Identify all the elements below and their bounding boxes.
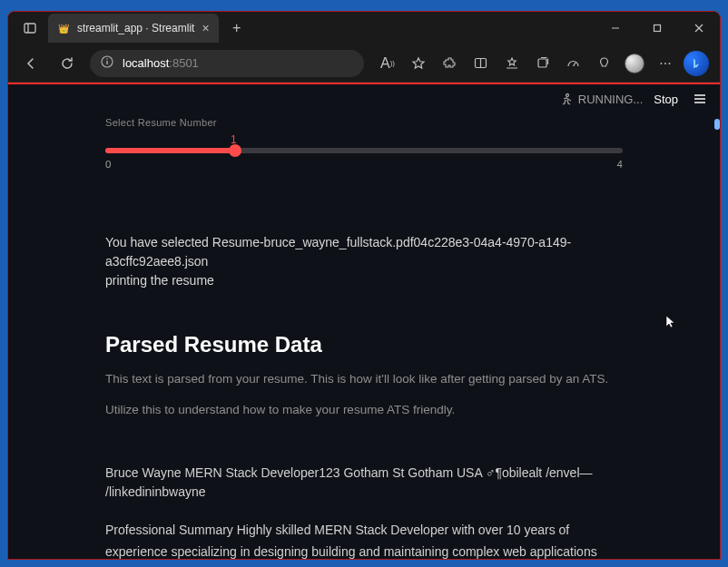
refresh-button[interactable] bbox=[54, 50, 81, 77]
url-host: localhost bbox=[123, 56, 169, 70]
more-options-icon[interactable]: ··· bbox=[651, 50, 680, 77]
close-tab-icon[interactable]: × bbox=[202, 21, 209, 35]
running-status: RUNNING... bbox=[559, 93, 644, 106]
bing-chat-icon[interactable] bbox=[682, 50, 711, 77]
stop-button[interactable]: Stop bbox=[654, 93, 678, 106]
maximize-button[interactable] bbox=[636, 12, 678, 44]
browser-essentials-icon[interactable] bbox=[589, 50, 618, 77]
tab-sidebar-icon[interactable] bbox=[19, 22, 41, 34]
mouse-cursor bbox=[665, 315, 676, 332]
slider-thumb[interactable] bbox=[229, 144, 241, 157]
section-subtext-1: This text is parsed from your resume. Th… bbox=[105, 370, 623, 388]
app-menu-icon[interactable] bbox=[689, 88, 711, 110]
scrollbar-thumb[interactable] bbox=[714, 119, 720, 130]
profile-avatar[interactable] bbox=[620, 50, 649, 77]
tab-title: streamlit_app · Streamlit bbox=[77, 22, 194, 34]
collections-icon[interactable] bbox=[527, 50, 556, 77]
svg-rect-12 bbox=[538, 59, 546, 67]
site-info-icon[interactable] bbox=[101, 55, 113, 71]
slider-value: 1 bbox=[231, 133, 623, 146]
read-aloud-icon[interactable]: A)) bbox=[373, 50, 402, 77]
streamlit-favicon: 👑 bbox=[57, 22, 70, 34]
url-port: :8501 bbox=[169, 56, 199, 70]
slider-label: Select Resume Number bbox=[105, 117, 623, 128]
section-subtext-2: Utilize this to understand how to make y… bbox=[105, 401, 623, 419]
resume-header-line: Bruce Wayne MERN Stack Developer123 Goth… bbox=[105, 464, 623, 503]
svg-rect-0 bbox=[25, 24, 35, 33]
svg-rect-3 bbox=[654, 25, 661, 32]
split-screen-icon[interactable] bbox=[466, 50, 495, 77]
extensions-icon[interactable] bbox=[435, 50, 464, 77]
selected-file-message: You have selected Resume-bruce_wayne_ful… bbox=[105, 233, 623, 271]
favorite-icon[interactable] bbox=[404, 50, 433, 77]
slider-max: 4 bbox=[617, 159, 623, 170]
browser-tab[interactable]: 👑 streamlit_app · Streamlit × bbox=[48, 14, 219, 43]
slider-fill bbox=[105, 148, 235, 153]
back-button[interactable] bbox=[17, 50, 44, 77]
close-window-button[interactable] bbox=[678, 12, 720, 44]
resume-body-text: Professional Summary Highly skilled MERN… bbox=[105, 519, 623, 559]
svg-point-8 bbox=[106, 58, 108, 60]
performance-icon[interactable] bbox=[558, 50, 587, 77]
section-heading: Parsed Resume Data bbox=[105, 332, 623, 357]
address-bar[interactable]: localhost:8501 bbox=[90, 50, 364, 77]
new-tab-button[interactable]: + bbox=[224, 15, 250, 41]
minimize-button[interactable] bbox=[595, 12, 636, 44]
svg-point-16 bbox=[566, 93, 568, 96]
slider-min: 0 bbox=[105, 159, 111, 170]
slider-track[interactable] bbox=[105, 148, 623, 153]
favorites-bar-icon[interactable] bbox=[497, 50, 526, 77]
printing-message: printing the resume bbox=[105, 271, 623, 290]
svg-line-15 bbox=[573, 63, 576, 66]
